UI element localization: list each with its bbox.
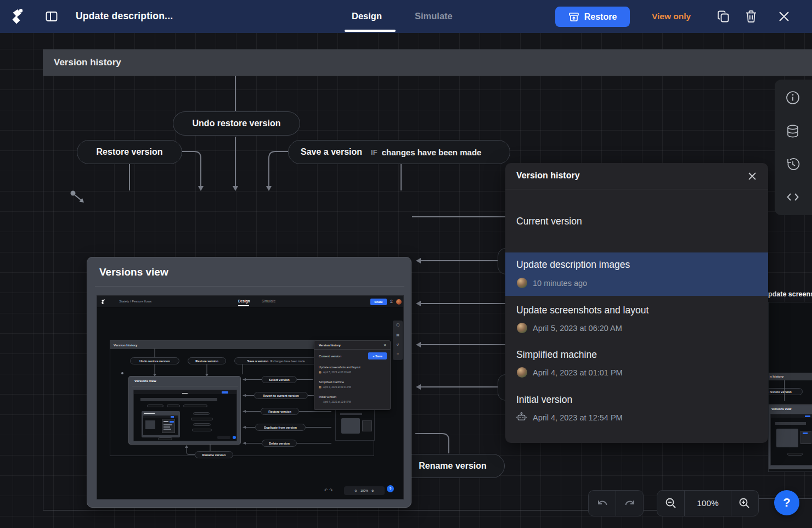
- nested-screenshot: [133, 390, 237, 441]
- mini-side-preview: [335, 406, 375, 441]
- state-label: Save a version: [301, 147, 362, 157]
- mini-state-select: Select version: [262, 376, 297, 383]
- mini-right-toolbar: ⓘ ▤ ↺ ‹›: [393, 321, 403, 360]
- side-frame-preview[interactable]: n history Undo restore version Versions …: [768, 302, 812, 472]
- guard-keyword: IF: [371, 148, 377, 156]
- hidden-pill-edge: [498, 374, 506, 401]
- tab-design[interactable]: Design: [352, 11, 382, 21]
- mini-zoom-controls: ⊖100%⊕: [344, 486, 385, 495]
- app-window: Version history: [0, 0, 812, 528]
- version-item-current[interactable]: Current version: [505, 198, 768, 251]
- state-undo-restore-version[interactable]: Undo restore version: [173, 111, 300, 136]
- zoom-level[interactable]: 100%: [685, 491, 730, 516]
- avatar: [517, 323, 527, 333]
- divider: [505, 189, 768, 189]
- state-save-a-version[interactable]: Save a version IF changes have been made: [288, 140, 510, 164]
- topbar: Update description... Design Simulate Re…: [0, 0, 812, 33]
- versions-view-title: Versions view: [99, 266, 168, 278]
- version-item-selected[interactable]: Update description images 10 minutes ago: [505, 252, 768, 296]
- history-icon[interactable]: [785, 156, 800, 172]
- mini-close-icon: ✕: [384, 343, 386, 347]
- mini-state-restore2: Restore version: [261, 408, 299, 415]
- stately-logo[interactable]: [9, 8, 25, 25]
- version-item[interactable]: Simplified machine April 4, 2023 at 01:0…: [505, 342, 768, 385]
- undo-redo-group: [588, 490, 644, 516]
- code-icon[interactable]: [785, 189, 800, 205]
- state-label: Rename version: [419, 461, 487, 471]
- mini-help-button: ?: [387, 485, 394, 492]
- restore-button[interactable]: Restore: [555, 7, 630, 27]
- zoom-controls: 100%: [657, 490, 759, 516]
- tab-simulate[interactable]: Simulate: [415, 11, 453, 21]
- version-title: Update description...: [76, 10, 173, 22]
- right-toolbar: [775, 80, 812, 215]
- mini-card-title: Versions view: [134, 379, 156, 383]
- panel-title: Version history: [516, 171, 580, 181]
- redo-button[interactable]: [616, 491, 643, 516]
- duplicate-icon[interactable]: [717, 9, 731, 24]
- initial-state-marker: [71, 191, 84, 203]
- mini-state-delete: Delete version: [262, 440, 297, 447]
- state-rename-version[interactable]: Rename version: [401, 454, 505, 478]
- avatar: [517, 367, 527, 378]
- guard-condition: changes have been made: [382, 148, 482, 157]
- restore-icon: [568, 12, 579, 23]
- zoom-out-button[interactable]: [657, 491, 684, 516]
- divider: [95, 286, 404, 287]
- mini-version-history-panel: Version history ✕ Current version + Save…: [314, 340, 391, 410]
- mini-versions-view-card: Versions view: [128, 376, 241, 445]
- state-label: Restore version: [97, 147, 163, 157]
- close-icon[interactable]: [747, 171, 757, 181]
- mini-current-version: Current version: [319, 355, 341, 358]
- zoom-in-button[interactable]: [731, 491, 758, 516]
- restore-label: Restore: [584, 12, 617, 22]
- mini-save-button: + Save: [368, 352, 387, 360]
- sidebar-toggle-icon[interactable]: [45, 10, 58, 23]
- version-history-panel: Version history Current version Update d…: [505, 163, 768, 443]
- mini-undo-redo: ↶ ↷: [324, 488, 333, 493]
- hidden-pill-edge: [498, 248, 506, 274]
- versions-view-screenshot: Stately / Feature flows Design Simulate …: [97, 295, 404, 499]
- view-only-badge: View only: [652, 12, 691, 21]
- mini-state-undo-restore: Undo restore version: [130, 357, 179, 364]
- version-item[interactable]: Initial version April 4, 2023 at 12:54 P…: [505, 387, 768, 430]
- divider: [132, 386, 238, 386]
- active-tab-underline: [345, 30, 396, 32]
- robot-icon: [516, 412, 527, 422]
- data-icon[interactable]: [785, 123, 800, 139]
- mini-state-restore: Restore version: [188, 357, 226, 364]
- versions-view-card[interactable]: Versions view Stately / Feature flows De…: [87, 257, 411, 508]
- mini-state-save: Save a versionIF changes have been made: [234, 357, 318, 364]
- mini-state-rename: Rename version: [195, 451, 233, 458]
- close-icon[interactable]: [777, 9, 791, 24]
- info-icon[interactable]: [785, 90, 800, 105]
- side-frame-title: Update screenshots and...: [767, 290, 812, 298]
- mini-state-revert: Revert to current version: [254, 392, 308, 399]
- mini-panel-title: Version history: [319, 344, 341, 347]
- help-button[interactable]: ?: [774, 490, 799, 515]
- undo-button[interactable]: [589, 491, 616, 516]
- delete-icon[interactable]: [744, 9, 758, 24]
- state-label: Undo restore version: [193, 119, 281, 128]
- state-restore-version[interactable]: Restore version: [77, 140, 182, 164]
- version-item[interactable]: Update screenshots and layout April 5, 2…: [505, 298, 768, 340]
- mini-state-duplicate: Duplicate from version: [255, 424, 306, 431]
- avatar: [517, 278, 527, 288]
